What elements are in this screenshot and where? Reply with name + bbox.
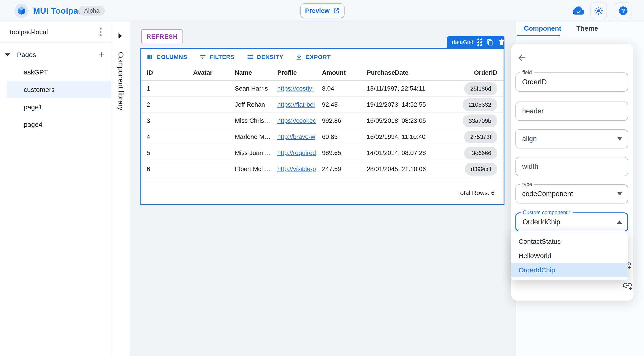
orderid-chip: 2105332 [463, 98, 497, 111]
tab-component[interactable]: Component [516, 22, 569, 36]
delete-icon[interactable] [498, 38, 505, 46]
help-button[interactable]: ? [615, 2, 632, 19]
sidebar-item-page4[interactable]: page4 [7, 116, 111, 133]
custom-component-select[interactable]: Custom component * OrderIdChip [516, 212, 628, 232]
profile-link[interactable]: https://flat-bel [277, 101, 315, 108]
width-input[interactable]: width [516, 157, 628, 176]
grid-toolbar: COLUMNS FILTERS DE [141, 49, 504, 65]
cell-name: Miss Juan … [235, 150, 277, 156]
field-input[interactable]: field OrderID [516, 72, 628, 92]
toolpad-editor: MUI Toolpad Alpha Preview [0, 0, 644, 356]
cell-purchasedate: 16/05/2018, 08:23:05 [367, 117, 456, 124]
svg-text:?: ? [622, 8, 625, 14]
active-tab-indicator [517, 35, 560, 36]
column-header-amount[interactable]: Amount [322, 69, 367, 76]
sidebar-item-page1[interactable]: page1 [7, 98, 111, 116]
menu-item-contactstatus[interactable]: ContactStatus [512, 234, 628, 249]
column-header-purchasedate[interactable]: PurchaseDate [367, 69, 456, 76]
sidebar-item-customers[interactable]: customers [7, 81, 111, 98]
page-item-label: customers [24, 86, 54, 94]
preview-button[interactable]: Preview [300, 3, 344, 18]
theme-toggle-button[interactable] [590, 2, 607, 19]
cell-id: 1 [141, 85, 188, 92]
cell-name: Marlene M… [235, 133, 277, 140]
page-item-label: page4 [24, 121, 42, 128]
density-icon [247, 54, 254, 60]
export-button-label: EXPORT [306, 54, 331, 60]
cell-amount: 992.86 [322, 117, 367, 124]
cell-amount: 989.65 [322, 150, 367, 156]
type-select[interactable]: type codeComponent [516, 184, 628, 204]
sidebar-item-askgpt[interactable]: askGPT [7, 64, 111, 81]
profile-link[interactable]: http://visible-p [277, 166, 316, 172]
align-select[interactable]: align [516, 129, 628, 148]
table-row: 6 Elbert McL… http://visible-p 247.59 28… [141, 161, 504, 177]
duplicate-icon[interactable] [486, 38, 494, 46]
field-input-label: field [520, 70, 534, 76]
table-row: 1 Sean Harris https://costly- 8.04 13/11… [141, 81, 504, 97]
cell-id: 5 [141, 150, 188, 156]
project-menu-button[interactable] [96, 26, 106, 37]
type-select-value: codeComponent [522, 190, 573, 198]
cell-amount: 92.43 [322, 101, 367, 108]
profile-link[interactable]: http://brave-w [277, 133, 315, 140]
width-input-label: width [522, 162, 538, 170]
profile-link[interactable]: https://cookec [277, 117, 316, 124]
collapse-arrow-icon[interactable] [5, 54, 10, 56]
field-input-value: OrderID [522, 78, 547, 86]
component-library-strip[interactable]: Component library [112, 22, 130, 356]
column-header-avatar[interactable]: Avatar [188, 69, 235, 76]
add-page-button[interactable]: + [98, 50, 104, 60]
refresh-button[interactable]: REFRESH [141, 29, 183, 44]
export-button[interactable]: EXPORT [296, 54, 331, 60]
orderid-chip: f3e6666 [464, 147, 497, 160]
column-header-name[interactable]: Name [235, 69, 277, 76]
grid-footer: Total Rows: 6 [141, 182, 504, 204]
cell-id: 4 [141, 133, 188, 140]
cell-amount: 8.04 [322, 85, 367, 92]
density-button[interactable]: DENSITY [247, 54, 283, 60]
column-header-id[interactable]: ID [141, 69, 188, 76]
light-mode-icon [594, 6, 603, 16]
pages-section-label: Pages [17, 51, 98, 58]
cell-id: 3 [141, 117, 188, 124]
project-name: toolpad-local [10, 28, 96, 36]
view-column-icon [146, 54, 154, 60]
pages-section-header[interactable]: Pages + [0, 46, 111, 64]
header-input[interactable]: header [516, 102, 628, 121]
back-arrow-icon[interactable] [517, 53, 526, 62]
orderid-chip: 25f186d [464, 82, 497, 95]
header-input-label: header [522, 107, 544, 115]
profile-link[interactable]: https://costly- [277, 85, 314, 92]
type-select-label: type [520, 181, 534, 188]
add-link-icon[interactable] [622, 280, 633, 291]
open-in-new-icon [333, 8, 340, 14]
cell-purchasedate: 13/11/1997, 22:54:11 [367, 85, 456, 92]
data-grid[interactable]: COLUMNS FILTERS DE [140, 48, 504, 204]
drag-indicator-icon[interactable] [478, 38, 482, 46]
toolpad-logo[interactable] [14, 4, 28, 18]
cell-name: Miss Chris… [235, 117, 277, 124]
align-select-label: align [522, 135, 537, 143]
page-item-label: page1 [24, 103, 42, 111]
columns-button[interactable]: COLUMNS [146, 54, 187, 60]
expand-library-icon[interactable] [118, 33, 122, 38]
custom-component-value: OrderIdChip [522, 218, 560, 226]
custom-component-dropdown: ContactStatus HelloWorld OrderIdChip [512, 231, 628, 280]
menu-item-orderidchip[interactable]: OrderIdChip [512, 263, 628, 277]
orderid-chip: 33a709b [463, 114, 497, 127]
cell-name: Jeff Rohan [235, 101, 277, 108]
tab-theme[interactable]: Theme [569, 22, 606, 36]
cloud-done-icon [573, 5, 584, 16]
profile-link[interactable]: http://required [277, 150, 316, 156]
column-header-profile[interactable]: Profile [277, 69, 322, 76]
cell-purchasedate: 19/12/2073, 14:52:55 [367, 101, 456, 108]
table-row: 5 Miss Juan … http://required 989.65 14/… [141, 145, 504, 161]
cell-amount: 60.85 [322, 133, 367, 140]
filters-button[interactable]: FILTERS [199, 54, 234, 60]
cell-purchasedate: 14/01/2014, 08:07:28 [367, 150, 456, 156]
grid-header-row: ID Avatar Name Profile Amount PurchaseDa… [141, 65, 504, 81]
density-button-label: DENSITY [257, 54, 283, 60]
column-header-orderid[interactable]: OrderID [456, 69, 504, 76]
menu-item-helloworld[interactable]: HelloWorld [512, 249, 628, 263]
